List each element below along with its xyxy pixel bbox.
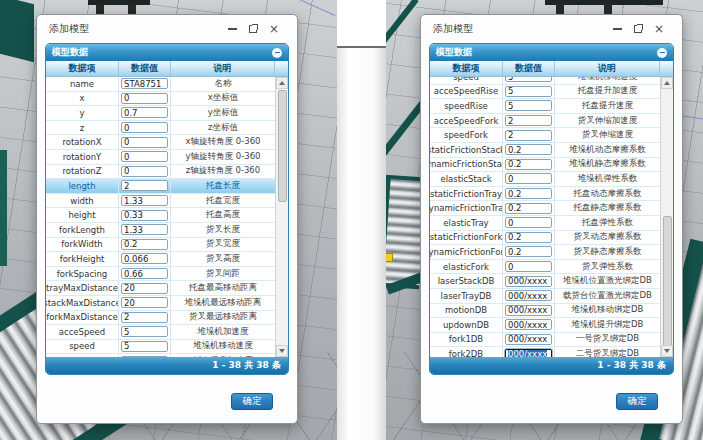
value-input[interactable]: 000/xxxx	[505, 334, 552, 345]
table-row[interactable]: rotationY0y轴旋转角度 0-360	[46, 150, 275, 165]
value-input[interactable]: 5	[121, 341, 168, 352]
scrollbar-thumb[interactable]	[663, 216, 672, 350]
vertical-scrollbar[interactable]	[275, 77, 288, 357]
table-row[interactable]: rotationZ0z轴旋转角度 0-360	[46, 165, 275, 180]
value-input[interactable]: 000/xxxx	[505, 349, 552, 357]
value-input[interactable]: 000/xxxx	[505, 305, 552, 316]
table-row[interactable]: stackMaxDistance20堆垛机最远移动距离	[46, 296, 275, 311]
value-input[interactable]: 0	[121, 137, 168, 148]
collapse-icon[interactable]	[272, 48, 282, 58]
table-row[interactable]: speedFork2货叉伸缩速度	[430, 128, 660, 143]
value-input[interactable]: 0	[505, 261, 552, 272]
value-input[interactable]: 5	[505, 77, 552, 82]
maximize-button[interactable]	[632, 23, 644, 35]
table-row[interactable]: forkSpacing0.66货叉间距	[46, 267, 275, 282]
table-row[interactable]: speedRise5托盘提升速度	[430, 99, 660, 114]
table-row[interactable]: laserTrayDB000/xxxx载货台位置激光绑定DB	[430, 289, 660, 304]
value-input[interactable]: 0.066	[121, 253, 168, 264]
table-row[interactable]: rotationX0x轴旋转角度 0-360	[46, 135, 275, 150]
close-button[interactable]: ×	[268, 23, 280, 35]
value-input[interactable]: 20	[121, 297, 168, 308]
value-input[interactable]: 2	[121, 312, 168, 323]
value-input[interactable]: 2	[505, 115, 552, 126]
table-row[interactable]: elasticStack0堆垛机弹性系数	[430, 172, 660, 187]
value-input[interactable]: 5	[505, 86, 552, 97]
table-row[interactable]: width1.33托盘宽度	[46, 194, 275, 209]
table-row[interactable]: forkWidth0.2货叉宽度	[46, 238, 275, 253]
value-input[interactable]: 0.33	[121, 210, 168, 221]
value-input[interactable]: 2	[505, 130, 552, 141]
minimize-button[interactable]	[226, 23, 238, 35]
table-row[interactable]: z0z坐标值	[46, 121, 275, 136]
table-row[interactable]: x0x坐标值	[46, 92, 275, 107]
table-row[interactable]: staticFrictionTray0.2托盘动态摩擦系数	[430, 187, 660, 202]
value-input[interactable]: 0.66	[121, 268, 168, 279]
value-input[interactable]: 000/xxxx	[505, 290, 552, 301]
value-input[interactable]: 0.2	[505, 232, 552, 243]
value-input[interactable]: 0	[121, 122, 168, 133]
table-row[interactable]: elasticFork0货叉弹性系数	[430, 260, 660, 275]
close-button[interactable]: ×	[653, 23, 665, 35]
value-input[interactable]: 20	[121, 283, 168, 294]
table-row[interactable]: acceSpeedRise5托盘提升加速度	[46, 354, 275, 357]
value-input[interactable]: 0	[505, 173, 552, 184]
table-row[interactable]: forkHeight0.066货叉高度	[46, 252, 275, 267]
table-row[interactable]: length2托盘长度	[46, 179, 275, 194]
value-input[interactable]: 0.2	[505, 246, 552, 257]
value-input[interactable]: 000/xxxx	[505, 276, 552, 287]
vertical-scrollbar[interactable]	[660, 77, 673, 357]
confirm-button[interactable]: 确定	[616, 393, 658, 410]
value-input[interactable]: 0.2	[505, 144, 552, 155]
scrollbar-thumb[interactable]	[278, 90, 287, 202]
table-row[interactable]: fork1DB000/xxxx一号货叉绑定DB	[430, 333, 660, 348]
table-row[interactable]: acceSpeedRise5托盘提升加速度	[430, 85, 660, 100]
value-input[interactable]: 5	[121, 326, 168, 337]
value-input[interactable]: 0.7	[121, 107, 168, 118]
value-input[interactable]: 2	[121, 180, 168, 191]
value-input[interactable]: 5	[121, 356, 168, 357]
table-row[interactable]: elasticTray0托盘弹性系数	[430, 216, 660, 231]
table-row[interactable]: nameSTA8751名称	[46, 77, 275, 92]
column-header-item[interactable]: 数据项	[46, 61, 119, 76]
scroll-down-button[interactable]	[276, 345, 288, 357]
table-row[interactable]: speed5堆垛机移动速度	[430, 77, 660, 85]
value-input[interactable]: 0	[505, 217, 552, 228]
table-row[interactable]: speed5堆垛机移动速度	[46, 340, 275, 355]
table-row[interactable]: motionDB000/xxxx堆垛机移动绑定DB	[430, 304, 660, 319]
value-input[interactable]: 000/xxxx	[505, 319, 552, 330]
table-row[interactable]: updownDB000/xxxx堆垛机提升绑定DB	[430, 318, 660, 333]
value-input[interactable]: 0	[121, 166, 168, 177]
scroll-up-button[interactable]	[276, 77, 288, 89]
column-header-desc[interactable]: 说明	[555, 61, 660, 76]
confirm-button[interactable]: 确定	[231, 393, 273, 410]
value-input[interactable]: 5	[505, 100, 552, 111]
column-header-value[interactable]: 数据值	[119, 61, 171, 76]
maximize-button[interactable]	[247, 23, 259, 35]
value-input[interactable]: 0.2	[505, 188, 552, 199]
minimize-button[interactable]	[611, 23, 623, 35]
value-input[interactable]: 0	[121, 151, 168, 162]
table-row[interactable]: trayMaxDistance20托盘最高移动距离	[46, 281, 275, 296]
value-input[interactable]: 0.2	[505, 159, 552, 170]
collapse-icon[interactable]	[657, 48, 667, 58]
table-row[interactable]: fork2DB000/xxxx二号货叉绑定DB	[430, 347, 660, 357]
table-row[interactable]: staticFrictionStack0.2堆垛机动态摩擦系数	[430, 143, 660, 158]
value-input[interactable]: 0.2	[121, 239, 168, 250]
table-row[interactable]: height0.33托盘高度	[46, 208, 275, 223]
scroll-up-button[interactable]	[661, 77, 673, 89]
table-row[interactable]: dynamicFrictionTray0.2托盘静态摩擦系数	[430, 201, 660, 216]
table-row[interactable]: acceSpeedFork2货叉伸缩加速度	[430, 114, 660, 129]
table-row[interactable]: forkMaxDistance2货叉最远移动距离	[46, 311, 275, 326]
table-row[interactable]: laserStackDB000/xxxx堆垛机位置激光绑定DB	[430, 274, 660, 289]
value-input[interactable]: 1.33	[121, 195, 168, 206]
table-row[interactable]: acceSpeed5堆垛机加速度	[46, 325, 275, 340]
table-row[interactable]: forkLength1.33货叉长度	[46, 223, 275, 238]
column-header-desc[interactable]: 说明	[171, 61, 275, 76]
table-row[interactable]: staticFrictionFork0.2货叉动态摩擦系数	[430, 231, 660, 246]
table-row[interactable]: y0.7y坐标值	[46, 106, 275, 121]
table-row[interactable]: dynamicFrictionStack0.2堆垛机静态摩擦系数	[430, 158, 660, 173]
table-row[interactable]: dynamicFrictionFork0.2货叉静态摩擦系数	[430, 245, 660, 260]
value-input[interactable]: 0	[121, 93, 168, 104]
scroll-down-button[interactable]	[661, 345, 673, 357]
column-header-value[interactable]: 数据值	[503, 61, 555, 76]
